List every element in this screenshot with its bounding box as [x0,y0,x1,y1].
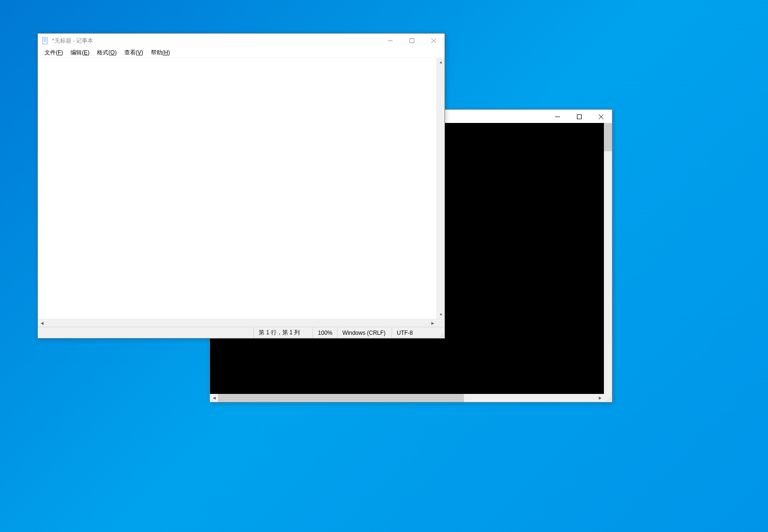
menu-edit[interactable]: 编辑(E) [67,48,93,58]
notepad-icon [42,37,49,44]
notepad-window: *无标题 - 记事本 文件(F) 编辑(E) 格式(O) 查看(V) 帮助(H)… [37,33,445,339]
statusbar-lineending: Windows (CRLF) [337,327,392,338]
menu-view[interactable]: 查看(V) [121,48,147,58]
notepad-titlebar[interactable]: *无标题 - 记事本 [38,34,445,48]
console-window-controls [547,110,612,123]
notepad-menubar: 文件(F) 编辑(E) 格式(O) 查看(V) 帮助(H) [38,48,445,58]
notepad-close-button[interactable] [423,34,445,48]
console-close-button[interactable] [590,110,612,124]
console-resize-grip[interactable] [604,394,612,402]
svg-rect-10 [410,39,414,43]
menu-format[interactable]: 格式(O) [93,48,120,58]
statusbar-position: 第 1 行，第 1 列 [253,327,313,338]
notepad-horizontal-scrollbar[interactable]: ◀ ▶ [38,319,445,327]
console-horizontal-scrollbar[interactable]: ◀ ▶ [210,394,612,402]
scroll-corner [436,319,445,327]
console-vscroll-thumb[interactable] [604,123,612,151]
console-hscroll-thumb[interactable] [218,394,464,402]
statusbar-zoom: 100% [313,327,337,338]
console-maximize-button[interactable] [568,110,590,124]
notepad-vertical-scrollbar[interactable]: ▲ ▼ [436,58,445,319]
vscroll-down-arrow[interactable]: ▼ [437,311,445,319]
notepad-text-area[interactable] [38,58,436,319]
statusbar-encoding: UTF-8 [392,327,436,338]
menu-file[interactable]: 文件(F) [41,48,67,58]
menu-help[interactable]: 帮助(H) [147,48,174,58]
hscroll-left-arrow[interactable]: ◀ [38,319,46,327]
console-vertical-scrollbar[interactable] [604,123,612,394]
console-minimize-button[interactable] [547,110,568,124]
console-hscroll-left-arrow[interactable]: ◀ [210,394,218,402]
text-area-main: ▲ ▼ [38,58,445,319]
text-area-container: ▲ ▼ ◀ ▶ [38,58,445,327]
notepad-window-controls [379,34,445,48]
notepad-title: *无标题 - 记事本 [52,37,379,45]
console-hscroll-right-arrow[interactable]: ▶ [596,394,604,402]
hscroll-right-arrow[interactable]: ▶ [428,319,436,327]
notepad-statusbar: 第 1 行，第 1 列 100% Windows (CRLF) UTF-8 [38,327,445,338]
notepad-maximize-button[interactable] [401,34,423,48]
notepad-resize-grip[interactable] [436,327,445,338]
svg-rect-1 [577,115,582,119]
notepad-minimize-button[interactable] [379,34,401,48]
vscroll-up-arrow[interactable]: ▲ [437,58,445,66]
